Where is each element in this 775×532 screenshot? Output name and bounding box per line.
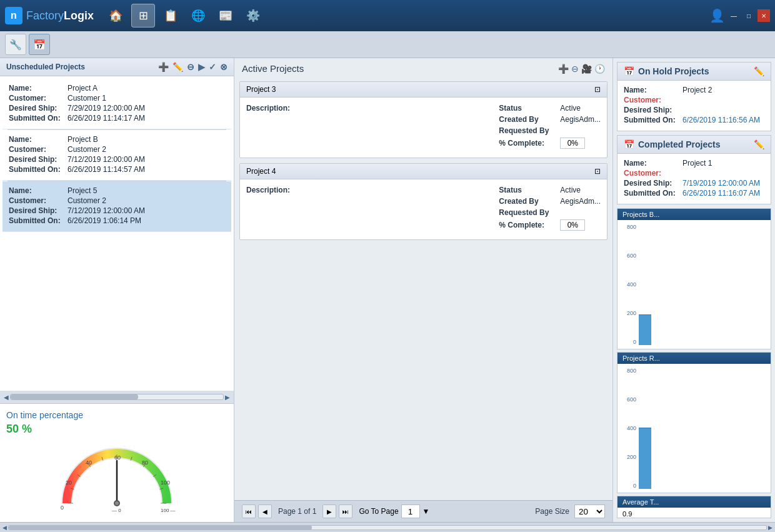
nav-clipboard[interactable]: 📋 — [159, 4, 182, 28]
main-area: 🔧 📅 Unscheduled Projects ➕ ✏️ ⊖ ▶ ✓ ⊗ Na… — [0, 31, 775, 532]
active-projects-title: Active Projects — [242, 63, 304, 74]
maximize-button[interactable]: □ — [742, 9, 755, 22]
bars-1 — [639, 223, 767, 346]
desc-label-4: Description: — [246, 186, 290, 194]
toolbar: 🔧 📅 — [0, 31, 775, 58]
first-page-button[interactable]: ⏮ — [242, 504, 256, 518]
card-body-3: Description: Status Active Created By Ae… — [240, 98, 607, 158]
completed-title: Completed Projects — [638, 139, 720, 149]
scroll-left-arrow[interactable]: ◀ — [2, 394, 10, 401]
card-header-4: Project 4 ⊡ — [240, 164, 607, 179]
edit-completed-icon[interactable]: ✏️ — [754, 139, 764, 149]
remove-active-icon[interactable]: ⊖ — [571, 64, 579, 74]
nav-reports[interactable]: 📰 — [214, 4, 238, 28]
bottom-scrollbar[interactable]: ◀ ▶ — [0, 522, 775, 532]
project-list: Name: Project A Customer: Customer 1 Des… — [0, 76, 234, 391]
left-panel: Unscheduled Projects ➕ ✏️ ⊖ ▶ ✓ ⊗ Name: … — [0, 58, 234, 522]
bottom-scroll-track[interactable] — [8, 525, 767, 530]
page-info: Page 1 of 1 — [278, 507, 316, 516]
chart-title-2: Projects R... — [622, 354, 660, 362]
desc-label-3: Description: — [246, 104, 290, 113]
app-title: FactoryLogix — [26, 9, 94, 23]
chart-header-2: Projects R... — [618, 353, 771, 364]
toolbar-wrench[interactable]: 🔧 — [5, 34, 26, 55]
active-projects-list: Project 3 ⊡ Description: Status Active — [234, 79, 612, 500]
add-project-icon[interactable]: ➕ — [158, 62, 169, 72]
cancel-project-icon[interactable]: ⊗ — [220, 62, 228, 72]
svg-text:100: 100 — [161, 479, 170, 486]
page-size-label: Page Size — [535, 507, 569, 516]
nav-globe[interactable]: 🌐 — [186, 4, 210, 28]
scroll-track[interactable] — [10, 394, 224, 400]
user-icon[interactable]: 👤 — [709, 8, 725, 23]
chart-header-1: Projects B... — [618, 209, 771, 220]
completed-section: 📅 Completed Projects ✏️ Name: Project 1 … — [617, 135, 771, 204]
ontime-value: 50 % — [6, 423, 228, 436]
toolbar-calendar[interactable]: 📅 — [29, 34, 50, 55]
camera-icon[interactable]: 🎥 — [581, 64, 592, 74]
move-project-icon[interactable]: ▶ — [198, 62, 205, 72]
minimize-button[interactable]: — — [728, 9, 740, 22]
logo-letter: n — [5, 7, 22, 24]
pagination: ⏮ ◀ Page 1 of 1 ▶ ⏭ Go To Page ▼ Page Si… — [234, 500, 612, 522]
middle-panel: Active Projects ➕ ⊖ 🎥 🕐 Project 3 ⊡ — [234, 58, 612, 522]
chart-title-3: Average T... — [622, 498, 659, 506]
expand-icon-4[interactable]: ⊡ — [594, 167, 601, 176]
completed-header: 📅 Completed Projects ✏️ — [618, 136, 771, 154]
completed-body: Name: Project 1 Customer: Desired Ship: … — [618, 154, 771, 204]
chart-panel-2: Projects R... 800 600 400 200 0 — [617, 352, 771, 493]
card-title-4: Project 4 — [246, 167, 276, 176]
active-header-icons: ➕ ⊖ 🎥 🕐 — [558, 64, 605, 74]
project-card-3: Project 3 ⊡ Description: Status Active — [239, 81, 608, 158]
approve-project-icon[interactable]: ✓ — [209, 62, 216, 72]
bars-2 — [639, 366, 767, 490]
content-area: Unscheduled Projects ➕ ✏️ ⊖ ▶ ✓ ⊗ Name: … — [0, 58, 775, 522]
scroll-left-btn[interactable]: ◀ — [1, 524, 8, 531]
goto-label: Go To Page — [359, 507, 398, 516]
name-field-a: Name: Project A — [9, 84, 225, 93]
remove-project-icon[interactable]: ⊖ — [187, 62, 194, 72]
goto-input[interactable] — [401, 504, 420, 518]
nav-home[interactable]: 🏠 — [104, 4, 128, 28]
y-axis-1: 800 600 400 200 0 — [621, 223, 639, 346]
goto-dropdown-icon[interactable]: ▼ — [422, 507, 430, 516]
next-page-button[interactable]: ▶ — [322, 504, 336, 518]
scroll-right-btn[interactable]: ▶ — [767, 524, 774, 531]
project-item-a[interactable]: Name: Project A Customer: Customer 1 Des… — [2, 79, 231, 129]
chart-header-3: Average T... — [618, 496, 771, 508]
chart-panel-1: Projects B... 800 600 400 200 0 — [617, 208, 771, 349]
on-hold-header: 📅 On Hold Projects ✏️ — [618, 63, 771, 81]
gauge-container: 0 20 40 60 80 100 — 0 100 — — [6, 441, 228, 516]
on-hold-title: On Hold Projects — [638, 66, 709, 76]
svg-text:60: 60 — [114, 454, 121, 461]
chart-title-1: Projects B... — [622, 211, 659, 218]
ontime-title: On time percentage — [6, 410, 228, 420]
project-item-b[interactable]: Name: Project B Customer: Customer 2 Des… — [2, 130, 231, 181]
clock-icon[interactable]: 🕐 — [594, 64, 605, 74]
calendar-icon-hold: 📅 — [624, 66, 634, 76]
card-title-3: Project 3 — [246, 85, 276, 94]
edit-hold-icon[interactable]: ✏️ — [754, 66, 764, 76]
svg-text:— 0: — 0 — [112, 508, 121, 513]
project-item-5[interactable]: Name: Project 5 Customer: Customer 2 Des… — [2, 181, 231, 232]
horizontal-scroll[interactable]: ◀ ▶ — [0, 391, 234, 403]
add-active-icon[interactable]: ➕ — [558, 64, 569, 74]
chart-body-1: 800 600 400 200 0 — [618, 220, 771, 349]
svg-text:0: 0 — [61, 504, 64, 511]
edit-project-icon[interactable]: ✏️ — [172, 62, 183, 72]
calendar-icon-completed: 📅 — [624, 139, 634, 149]
expand-icon-3[interactable]: ⊡ — [594, 85, 601, 94]
active-projects-header: Active Projects ➕ ⊖ 🎥 🕐 — [234, 58, 612, 79]
on-hold-section: 📅 On Hold Projects ✏️ Name: Project 2 Cu… — [617, 62, 771, 131]
charts-area: Projects B... 800 600 400 200 0 — [613, 208, 775, 522]
close-button[interactable]: ✕ — [758, 9, 770, 22]
nav-settings[interactable]: ⚙️ — [241, 4, 265, 28]
nav-dashboard[interactable]: ⊞ — [131, 4, 155, 28]
card-header-3: Project 3 ⊡ — [240, 82, 607, 98]
y-axis-2: 800 600 400 200 0 — [621, 366, 639, 490]
scroll-right-arrow[interactable]: ▶ — [224, 394, 231, 401]
titlebar: n FactoryLogix 🏠 ⊞ 📋 🌐 📰 ⚙️ 👤 — □ ✕ — [0, 0, 775, 31]
prev-page-button[interactable]: ◀ — [258, 504, 272, 518]
page-size-select[interactable]: 20 50 100 — [574, 504, 605, 518]
last-page-button[interactable]: ⏭ — [339, 504, 352, 518]
